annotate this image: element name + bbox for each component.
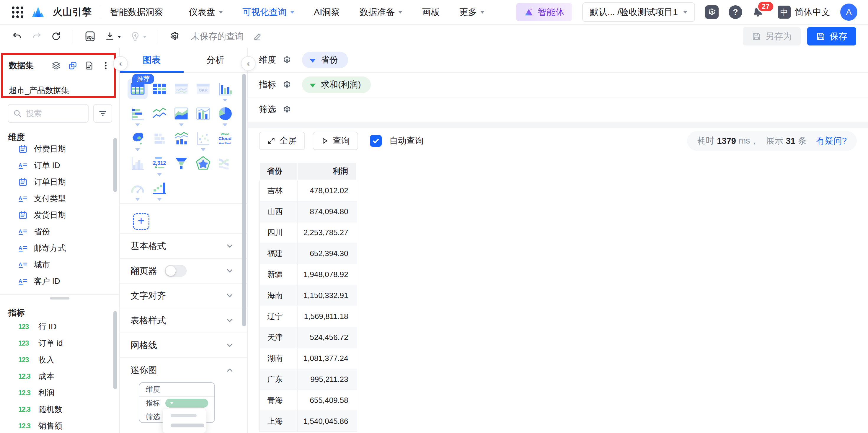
chart-type-horizontal-bar[interactable]: [128, 104, 148, 124]
query-settings-gear-icon[interactable]: [169, 31, 180, 41]
nav-item-more[interactable]: 更多: [459, 6, 485, 18]
nav-item-ai-insight[interactable]: AI洞察: [314, 6, 340, 18]
table-row: 四川2,253,785.27: [259, 222, 357, 243]
chart-type-mixed-trend[interactable]: [171, 79, 191, 99]
nav-item-data-prep[interactable]: 数据准备: [359, 6, 402, 18]
chart-type-china-map[interactable]: [128, 128, 148, 149]
dimension-item-province[interactable]: A省份: [0, 223, 119, 240]
nav-item-dashboard[interactable]: 仪表盘: [189, 6, 223, 18]
section-text-align[interactable]: 文字对齐: [120, 283, 247, 308]
svg-text:A: A: [19, 195, 22, 201]
profit-cell: 655,409.58: [297, 390, 357, 411]
undo-button[interactable]: [12, 31, 23, 41]
chart-type-waterfall[interactable]: [149, 178, 169, 198]
divider: [120, 203, 247, 204]
metric-item-profit[interactable]: 12.3利润: [0, 384, 119, 401]
section-mini-chart[interactable]: 迷你图: [120, 357, 247, 382]
chart-type-table[interactable]: 推荐: [128, 79, 148, 99]
nav-item-visual-query[interactable]: 可视化查询: [242, 6, 294, 18]
gear-icon[interactable]: [283, 56, 291, 64]
dimensions-scrollbar[interactable]: [113, 138, 117, 192]
tab-analysis[interactable]: 分析: [184, 48, 247, 72]
chart-type-line-bar[interactable]: [171, 128, 191, 149]
chart-type-bar-line[interactable]: [193, 104, 213, 124]
metric-item-row-id[interactable]: 123行 ID: [0, 318, 119, 335]
switch-dataset-icon[interactable]: [85, 61, 94, 70]
chart-panel-scrollbar[interactable]: [242, 74, 246, 326]
section-basic-format[interactable]: 基本格式: [120, 233, 247, 258]
collapse-chart-panel-button[interactable]: ‹: [241, 56, 256, 71]
language-selector[interactable]: 中 简体中文: [778, 6, 830, 19]
dimension-item-city[interactable]: A城市: [0, 256, 119, 273]
fullscreen-button[interactable]: 全屏: [259, 132, 305, 150]
dataset-name[interactable]: 超市_产品数据集: [9, 85, 111, 96]
dimension-item-pay-type[interactable]: A支付类型: [0, 190, 119, 207]
dimension-item-order-date[interactable]: 订单日期: [0, 174, 119, 190]
metrics-scrollbar[interactable]: [113, 311, 117, 389]
metrics-pill[interactable]: 求和(利润): [302, 77, 371, 93]
gear-icon[interactable]: [283, 105, 291, 114]
chart-type-gauge[interactable]: [128, 178, 148, 198]
redo-button[interactable]: [31, 31, 42, 41]
chart-type-funnel[interactable]: [171, 153, 191, 173]
save-as-button[interactable]: 另存为: [743, 27, 801, 46]
dimension-item-pay-date[interactable]: 付费日期: [0, 141, 119, 157]
tab-chart[interactable]: 图表: [120, 48, 184, 72]
avatar[interactable]: A: [840, 4, 857, 21]
run-query-button[interactable]: 查询: [313, 132, 358, 150]
dimension-item-order-id[interactable]: A订单 ID: [0, 157, 119, 174]
chart-type-bar[interactable]: [215, 79, 235, 99]
dimension-item-customer-id[interactable]: A客户 ID: [0, 273, 119, 289]
dimension-item-ship-date[interactable]: 发货日期: [0, 207, 119, 223]
collapse-dataset-panel-button[interactable]: ‹: [113, 56, 128, 71]
panel-resize-handle[interactable]: [50, 297, 69, 299]
auto-query-checkbox[interactable]: [370, 135, 382, 147]
metric-item-order-id-num[interactable]: 123订单 id: [0, 335, 119, 351]
chart-type-grid: 推荐OKRWordCloudWord Cloud2,312: [128, 79, 247, 198]
section-table-style[interactable]: 表格样式: [120, 308, 247, 333]
chart-type-line[interactable]: [149, 104, 169, 124]
chart-type-okr[interactable]: OKR: [193, 79, 213, 99]
nav-item-canvas[interactable]: 画板: [422, 6, 440, 18]
dimension-item-ship-mode[interactable]: A邮寄方式: [0, 240, 119, 256]
chart-type-sankey[interactable]: [215, 153, 235, 173]
chart-type-scatter[interactable]: [193, 128, 213, 149]
agent-button[interactable]: 智能体: [516, 3, 572, 21]
copy-link-icon[interactable]: [68, 61, 78, 70]
gear-icon[interactable]: [283, 80, 291, 89]
help-icon[interactable]: ?: [728, 5, 742, 19]
kebab-menu-icon[interactable]: [101, 61, 111, 70]
filter-button[interactable]: [93, 104, 112, 123]
chart-type-histogram[interactable]: [128, 153, 148, 173]
notifications-button[interactable]: 27: [752, 6, 764, 18]
metric-item-sales[interactable]: 12.3销售额: [0, 417, 119, 433]
chart-type-radar[interactable]: [193, 153, 213, 173]
metric-item-cost[interactable]: 12.3成本: [0, 368, 119, 384]
sql-button[interactable]: SQL: [85, 31, 96, 42]
apps-grid-icon[interactable]: [12, 6, 23, 18]
chart-type-word-cloud[interactable]: WordCloudWord Cloud: [215, 128, 235, 149]
question-link[interactable]: 有疑问?: [816, 135, 847, 147]
section-grid-line[interactable]: 网格线: [120, 333, 247, 357]
chart-type-kpi[interactable]: 2,312: [149, 153, 169, 173]
chart-type-area[interactable]: [171, 104, 191, 124]
pager-toggle[interactable]: [165, 265, 187, 277]
section-pager[interactable]: 翻页器: [120, 258, 247, 283]
console-settings-icon[interactable]: [705, 5, 719, 19]
refresh-button[interactable]: [51, 31, 61, 41]
layers-icon[interactable]: [51, 61, 61, 70]
chart-type-pie[interactable]: [215, 104, 235, 124]
add-chart-button[interactable]: +: [133, 213, 149, 230]
search-input[interactable]: [25, 109, 83, 118]
metric-item-random[interactable]: 12.3随机数: [0, 401, 119, 417]
download-button[interactable]: [104, 31, 121, 41]
chart-type-stacked[interactable]: [149, 128, 169, 149]
province-cell: 福建: [259, 243, 297, 264]
alert-lamp-button[interactable]: [130, 31, 147, 41]
dimensions-pill[interactable]: 省份: [302, 52, 348, 68]
metric-item-revenue[interactable]: 123收入: [0, 351, 119, 368]
save-button[interactable]: 保存: [807, 27, 856, 46]
project-select[interactable]: 默认... /验收测试项目1: [582, 2, 695, 22]
table-row: 海南1,150,332.91: [259, 285, 357, 306]
edit-query-name-icon[interactable]: [253, 32, 262, 41]
